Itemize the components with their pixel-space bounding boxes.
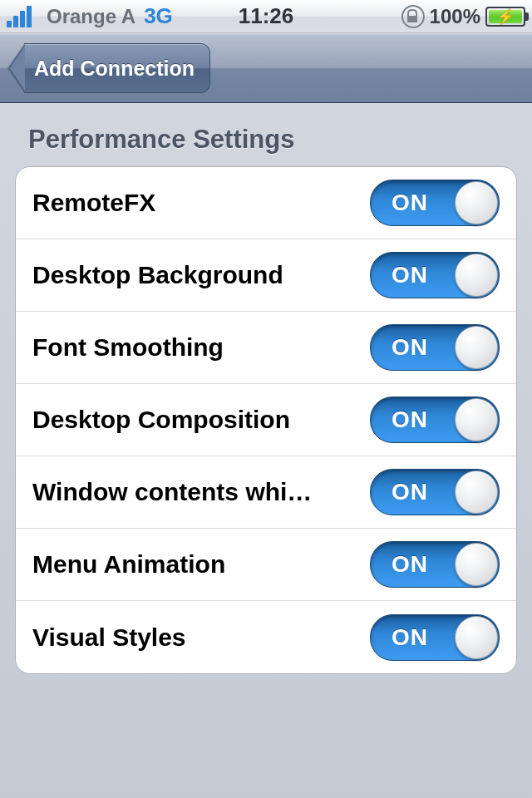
row-label: Menu Animation [32, 550, 225, 579]
section-header: Performance Settings [28, 125, 517, 155]
toggle-menu-animation[interactable]: ON [370, 541, 500, 588]
back-chevron-icon [8, 44, 25, 92]
toggle-remotefx[interactable]: ON [370, 180, 500, 226]
row-label: Desktop Background [32, 261, 283, 289]
navigation-bar: Add Connection [0, 33, 532, 103]
status-bar: Orange A 3G 11:26 100% ⚡ [0, 0, 532, 33]
toggle-on-text: ON [392, 470, 428, 515]
signal-icon [7, 6, 38, 27]
carrier-label: Orange A [47, 5, 135, 28]
toggle-visual-styles[interactable]: ON [370, 614, 500, 661]
toggle-knob [455, 616, 498, 659]
toggle-on-text: ON [392, 397, 428, 442]
battery-percentage: 100% [430, 5, 480, 28]
toggle-on-text: ON [392, 615, 428, 660]
back-button-label: Add Connection [24, 43, 210, 93]
row-label: Font Smoothing [32, 333, 224, 362]
toggle-knob [455, 398, 498, 441]
row-desktop-background: Desktop Background ON [16, 239, 516, 312]
row-menu-animation: Menu Animation ON [16, 529, 516, 601]
status-right: 100% ⚡ [401, 5, 525, 28]
battery-icon: ⚡ [485, 7, 525, 27]
row-font-smoothing: Font Smoothing ON [16, 312, 516, 384]
network-label: 3G [144, 3, 173, 29]
toggle-desktop-composition[interactable]: ON [370, 397, 500, 443]
toggle-knob [455, 470, 498, 514]
row-label: Window contents whi… [32, 478, 312, 506]
toggle-on-text: ON [392, 253, 428, 298]
toggle-on-text: ON [392, 180, 428, 225]
row-label: RemoteFX [32, 189, 155, 217]
toggle-knob [455, 326, 498, 369]
toggle-knob [455, 181, 498, 224]
toggle-knob [455, 543, 498, 586]
toggle-desktop-background[interactable]: ON [370, 252, 500, 298]
row-label: Visual Styles [32, 623, 186, 652]
row-desktop-composition: Desktop Composition ON [16, 384, 516, 456]
orientation-lock-icon [401, 5, 425, 28]
back-button[interactable]: Add Connection [8, 44, 210, 92]
settings-group: RemoteFX ON Desktop Background ON Font S… [15, 166, 517, 674]
toggle-on-text: ON [392, 542, 428, 587]
row-remotefx: RemoteFX ON [16, 167, 516, 239]
row-label: Desktop Composition [32, 406, 290, 434]
content: Performance Settings RemoteFX ON Desktop… [0, 103, 532, 674]
toggle-font-smoothing[interactable]: ON [370, 324, 500, 371]
toggle-knob [455, 254, 498, 297]
row-visual-styles: Visual Styles ON [16, 601, 516, 673]
toggle-window-contents[interactable]: ON [370, 469, 500, 515]
status-left: Orange A 3G [7, 3, 173, 29]
toggle-on-text: ON [392, 325, 428, 370]
row-window-contents: Window contents whi… ON [16, 456, 516, 529]
